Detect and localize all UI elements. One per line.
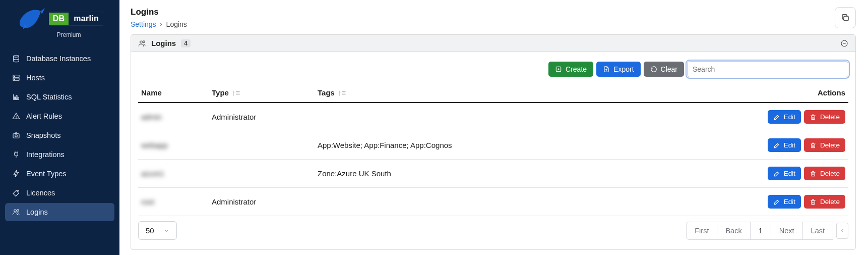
- nav-label: Hosts: [26, 74, 45, 82]
- cell-tags: [315, 188, 748, 216]
- brand-logo[interactable]: DB marlin Premium: [0, 0, 119, 41]
- plug-icon: [12, 150, 20, 159]
- col-name[interactable]: Name: [138, 84, 209, 103]
- logins-table: Name Type↑≡ Tags↑≡ Actions adminAdminist…: [138, 84, 848, 216]
- table-row: adminAdministratorEditDelete: [138, 103, 848, 131]
- copy-button[interactable]: [835, 7, 856, 28]
- svg-rect-6: [16, 95, 17, 99]
- cell-type: Administrator: [209, 188, 315, 216]
- clear-button[interactable]: Clear: [644, 62, 684, 77]
- edit-button[interactable]: Edit: [768, 167, 801, 180]
- nav-label: Alert Rules: [26, 112, 62, 120]
- table-footer: 50 First Back 1 Next Last: [131, 216, 855, 247]
- breadcrumb-parent[interactable]: Settings: [131, 20, 156, 28]
- cell-name: webapp: [138, 131, 209, 160]
- redacted-name: azure1: [141, 169, 164, 178]
- nav-label: SQL Statistics: [26, 93, 72, 101]
- col-actions: Actions: [748, 84, 848, 103]
- svg-point-15: [140, 41, 143, 43]
- cell-type: Administrator: [209, 103, 315, 131]
- nav-label: Logins: [26, 208, 48, 216]
- trash-icon: [810, 114, 817, 121]
- delete-button[interactable]: Delete: [804, 195, 845, 209]
- delete-button[interactable]: Delete: [804, 110, 845, 124]
- nav-label: Licences: [26, 189, 55, 197]
- cell-name: root: [138, 188, 209, 216]
- edit-button[interactable]: Edit: [768, 138, 801, 152]
- page-first-button[interactable]: First: [686, 222, 717, 240]
- cell-actions: EditDelete: [748, 188, 848, 216]
- cell-tags: Zone:Azure UK South: [315, 160, 748, 188]
- delete-button[interactable]: Delete: [804, 138, 845, 152]
- cell-actions: EditDelete: [748, 131, 848, 160]
- search-input[interactable]: [687, 61, 848, 77]
- svg-point-0: [14, 55, 19, 57]
- trash-icon: [810, 170, 817, 177]
- trash-icon: [810, 198, 817, 206]
- edit-button[interactable]: Edit: [768, 195, 801, 209]
- svg-rect-9: [13, 134, 19, 138]
- toolbar: Create Export Clear: [131, 52, 855, 81]
- breadcrumb-current: Logins: [166, 20, 187, 28]
- redacted-name: admin: [141, 113, 162, 121]
- collapse-circle-icon[interactable]: [840, 39, 848, 47]
- svg-rect-5: [15, 97, 16, 99]
- panel-title: Logins: [151, 39, 176, 47]
- pencil-icon: [773, 170, 780, 177]
- page-back-button[interactable]: Back: [717, 222, 750, 240]
- cell-tags: [315, 103, 748, 131]
- users-icon: [138, 39, 146, 47]
- create-button[interactable]: Create: [548, 62, 593, 77]
- svg-point-12: [14, 210, 17, 212]
- svg-point-16: [143, 40, 145, 42]
- nav-integrations[interactable]: Integrations: [5, 145, 114, 164]
- svg-rect-7: [18, 97, 19, 99]
- table-row: azure1Zone:Azure UK SouthEditDelete: [138, 160, 848, 188]
- export-button[interactable]: Export: [596, 62, 640, 77]
- bar-chart-icon: [12, 93, 20, 101]
- marlin-fish-icon: [16, 7, 46, 30]
- nav-alert-rules[interactable]: Alert Rules: [5, 107, 114, 125]
- nav-snapshots[interactable]: Snapshots: [5, 126, 114, 144]
- page-size-value: 50: [146, 226, 154, 235]
- page-current[interactable]: 1: [750, 222, 771, 240]
- trash-icon: [810, 142, 817, 149]
- col-type[interactable]: Type↑≡: [209, 84, 315, 103]
- svg-point-8: [16, 118, 16, 118]
- page-size-select[interactable]: 50: [138, 221, 177, 240]
- nav-sql-statistics[interactable]: SQL Statistics: [5, 88, 114, 106]
- sidebar-nav: Database Instances Hosts SQL Statistics …: [0, 49, 119, 221]
- col-tags[interactable]: Tags↑≡: [315, 84, 748, 103]
- table-row: webappApp:Website; App:Finance; App:Cogn…: [138, 131, 848, 160]
- panel-header: Logins 4: [131, 35, 855, 52]
- file-export-icon: [603, 66, 610, 73]
- nav-label: Snapshots: [26, 131, 61, 139]
- nav-logins[interactable]: Logins: [5, 203, 114, 221]
- sort-icon: ↑≡: [232, 88, 240, 97]
- svg-point-13: [17, 210, 19, 212]
- tag-icon: [12, 189, 20, 197]
- chevron-down-icon: [163, 228, 169, 234]
- edit-button[interactable]: Edit: [768, 110, 801, 124]
- table-row: rootAdministratorEditDelete: [138, 188, 848, 216]
- nav-hosts[interactable]: Hosts: [5, 69, 114, 87]
- sort-icon: ↑≡: [338, 88, 346, 97]
- brand-db: DB: [49, 13, 69, 25]
- collapse-right-button[interactable]: [836, 223, 848, 239]
- pencil-icon: [773, 198, 780, 206]
- cell-actions: EditDelete: [748, 103, 848, 131]
- pencil-icon: [773, 114, 780, 121]
- delete-button[interactable]: Delete: [804, 167, 845, 180]
- lightning-icon: [12, 170, 20, 178]
- page-next-button[interactable]: Next: [771, 222, 803, 240]
- alert-icon: [12, 112, 20, 120]
- nav-event-types[interactable]: Event Types: [5, 165, 114, 183]
- nav-label: Integrations: [26, 150, 65, 159]
- nav-licences[interactable]: Licences: [5, 184, 114, 202]
- redacted-name: root: [141, 197, 154, 206]
- svg-point-11: [17, 191, 18, 192]
- copy-icon: [841, 13, 850, 22]
- page-last-button[interactable]: Last: [802, 222, 833, 240]
- redacted-name: webapp: [141, 141, 168, 149]
- nav-database-instances[interactable]: Database Instances: [5, 49, 114, 68]
